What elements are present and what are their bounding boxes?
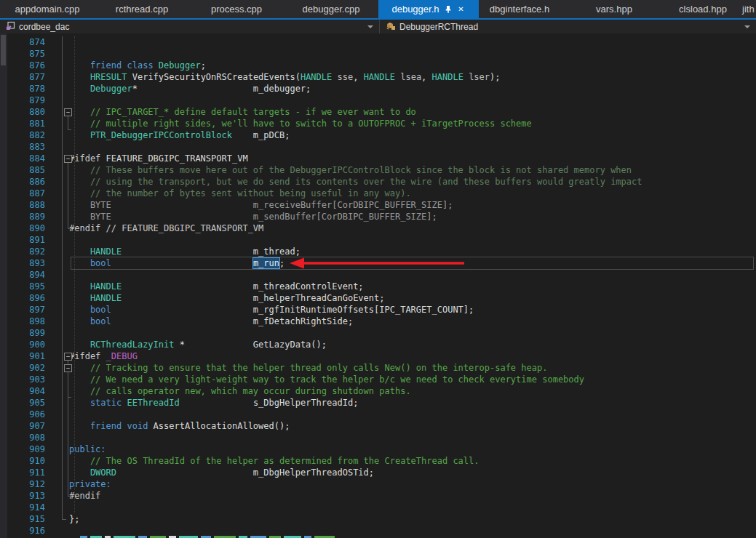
- tab-appdomain-cpp[interactable]: appdomain.cpp: [0, 0, 95, 18]
- line-number: 913: [0, 490, 45, 502]
- code-line[interactable]: 886 // using the transport, but we do se…: [0, 176, 756, 188]
- line-number: 894: [0, 269, 45, 281]
- code-line[interactable]: 881 // multiple right sides, we'll have …: [0, 118, 756, 129]
- code-line[interactable]: 901#ifdef _DEBUG: [0, 350, 756, 362]
- code-line[interactable]: 876 friend class Debugger;: [0, 60, 756, 71]
- line-number: 876: [0, 60, 45, 71]
- code-text: // We need a very light-weight way to tr…: [69, 374, 584, 385]
- code-line[interactable]: 875: [0, 48, 756, 60]
- partial-line-sliver: [0, 534, 756, 538]
- code-line[interactable]: 900 RCThreadLazyInit * GetLazyData();: [0, 339, 756, 350]
- code-line[interactable]: 877 HRESULT VerifySecurityOnRSCreatedEve…: [0, 71, 756, 83]
- code-editor[interactable]: 874875876 friend class Debugger;877 HRES…: [0, 33, 756, 538]
- code-text: BYTE m_sendBuffer[CorDBIPC_BUFFER_SIZE];: [69, 211, 437, 222]
- chevron-down-icon[interactable]: [744, 25, 750, 28]
- code-line[interactable]: 897 bool m_rgfInitRuntimeOffsets[IPC_TAR…: [0, 304, 756, 316]
- code-text: DWORD m_DbgHelperThreadOSTid;: [69, 467, 374, 478]
- line-number: 877: [0, 71, 45, 83]
- tab-label: debugger.h: [391, 4, 439, 15]
- pin-icon[interactable]: [444, 5, 453, 14]
- code-line[interactable]: 905 static EEThreadId s_DbgHelperThreadI…: [0, 397, 756, 409]
- code-line[interactable]: 906: [0, 409, 756, 420]
- code-line[interactable]: 909public:: [0, 443, 756, 455]
- code-line[interactable]: 911 DWORD m_DbgHelperThreadOSTid;: [0, 467, 756, 478]
- code-line[interactable]: 914: [0, 502, 756, 513]
- tab-label: clsload.hpp: [679, 4, 727, 15]
- code-line[interactable]: 879: [0, 95, 756, 106]
- code-line[interactable]: 912private:: [0, 478, 756, 490]
- code-line[interactable]: 908: [0, 432, 756, 443]
- code-line[interactable]: 898 bool m_fDetachRightSide;: [0, 316, 756, 327]
- code-line[interactable]: 896 HANDLE m_helperThreadCanGoEvent;: [0, 292, 756, 304]
- code-lines-container: 874875876 friend class Debugger;877 HRES…: [0, 36, 756, 537]
- code-line[interactable]: 874: [0, 36, 756, 48]
- code-text: // using the transport, but we do send i…: [69, 176, 642, 188]
- line-number: 897: [0, 304, 45, 316]
- code-line[interactable]: 890#endif // FEATURE_DBGIPC_TRANSPORT_VM: [0, 222, 756, 234]
- code-line[interactable]: 891: [0, 234, 756, 246]
- tab-vars-hpp[interactable]: vars.hpp: [560, 0, 668, 18]
- tab-rcthread-cpp[interactable]: rcthread.cpp: [95, 0, 189, 18]
- tab-label: rcthread.cpp: [116, 4, 168, 15]
- code-line[interactable]: 915};: [0, 513, 756, 525]
- code-line[interactable]: 904 // calls operator new, which may occ…: [0, 385, 756, 397]
- line-number: 906: [0, 409, 45, 420]
- fold-collapse-box-901[interactable]: −: [64, 353, 72, 361]
- line-number: 889: [0, 211, 45, 222]
- line-number: 900: [0, 339, 45, 350]
- code-line[interactable]: 880 // IPC_TARGET_* define default targe…: [0, 106, 756, 118]
- code-line[interactable]: 913#endif: [0, 490, 756, 502]
- code-line[interactable]: 895 HANDLE m_threadControlEvent;: [0, 281, 756, 292]
- code-text: // Tracking to ensure that the helper th…: [69, 362, 547, 374]
- code-line[interactable]: 882 PTR_DebuggerIPCControlBlock m_pDCB;: [0, 129, 756, 141]
- fold-collapse-box-902[interactable]: −: [64, 364, 72, 372]
- code-line[interactable]: 910 // The OS ThreadId of the helper as …: [0, 455, 756, 467]
- code-line[interactable]: 903 // We need a very light-weight way t…: [0, 374, 756, 385]
- line-number: 909: [0, 443, 45, 455]
- code-text: static EEThreadId s_DbgHelperThreadId;: [69, 397, 358, 409]
- line-number: 892: [0, 246, 45, 257]
- code-line[interactable]: 888 BYTE m_receiveBuffer[CorDBIPC_BUFFER…: [0, 199, 756, 211]
- tab-process-cpp[interactable]: process.cpp: [189, 0, 284, 18]
- code-text: friend void AssertAllocationAllowed();: [69, 420, 290, 432]
- code-text: // These buffers move here out of the De…: [69, 164, 632, 176]
- code-line[interactable]: 894: [0, 269, 756, 281]
- tab-dbginterface-h[interactable]: dbginterface.h: [479, 0, 560, 18]
- fold-extent-tick: [68, 496, 71, 497]
- line-number: 914: [0, 502, 45, 513]
- code-line[interactable]: 892 HANDLE m_thread;: [0, 246, 756, 257]
- code-text: #ifdef FEATURE_DBGIPC_TRANSPORT_VM: [69, 153, 248, 164]
- fold-collapse-box-880[interactable]: −: [64, 108, 72, 116]
- code-text: // calls operator new, which may occur d…: [69, 385, 411, 397]
- fold-scope-line: [62, 36, 63, 519]
- type-dropdown[interactable]: DebuggerRCThread: [380, 20, 756, 33]
- code-line[interactable]: 887 // the number of bytes sent without …: [0, 188, 756, 199]
- project-scope-dropdown[interactable]: cordbee_dac: [0, 20, 380, 33]
- line-number: 895: [0, 281, 45, 292]
- close-icon[interactable]: ✕: [457, 5, 466, 14]
- tab-debugger-cpp[interactable]: debugger.cpp: [284, 0, 378, 18]
- code-line[interactable]: 878 Debugger* m_debugger;: [0, 83, 756, 95]
- code-line[interactable]: 885 // These buffers move here out of th…: [0, 164, 756, 176]
- code-line[interactable]: 883: [0, 141, 756, 153]
- fold-extent-line: [68, 163, 68, 228]
- navigation-bar: cordbee_dac DebuggerRCThread: [0, 20, 756, 33]
- document-tab-bar: appdomain.cpprcthread.cppprocess.cppdebu…: [0, 0, 756, 18]
- code-line[interactable]: 907 friend void AssertAllocationAllowed(…: [0, 420, 756, 432]
- code-line[interactable]: 902 // Tracking to ensure that the helpe…: [0, 362, 756, 374]
- code-line[interactable]: 899: [0, 327, 756, 339]
- tab-clsload-hpp[interactable]: clsload.hpp: [668, 0, 738, 18]
- tab-debugger-h[interactable]: debugger.h✕: [378, 0, 479, 18]
- code-line[interactable]: 884#ifdef FEATURE_DBGIPC_TRANSPORT_VM: [0, 153, 756, 164]
- code-line[interactable]: 889 BYTE m_sendBuffer[CorDBIPC_BUFFER_SI…: [0, 211, 756, 222]
- line-number: 907: [0, 420, 45, 432]
- line-number: 915: [0, 513, 45, 525]
- code-text: // IPC_TARGET_* define default targets -…: [69, 106, 416, 118]
- tab-jith[interactable]: jith: [738, 0, 756, 18]
- current-line-border: [71, 257, 754, 270]
- line-number: 883: [0, 141, 45, 153]
- chevron-down-icon[interactable]: [367, 25, 373, 28]
- fold-collapse-box-884[interactable]: −: [64, 155, 72, 163]
- line-number: 886: [0, 176, 45, 188]
- line-number: 881: [0, 118, 45, 129]
